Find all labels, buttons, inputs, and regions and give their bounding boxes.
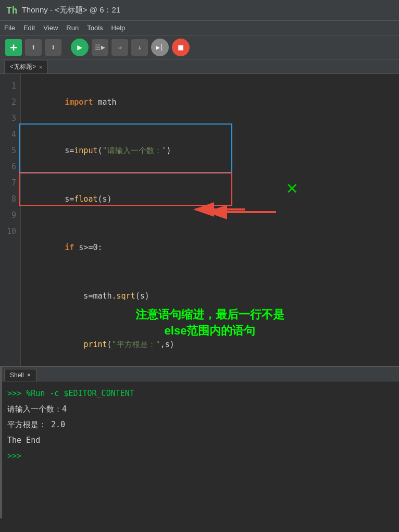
shell-tabs: Shell × bbox=[0, 367, 399, 381]
shell-panel: Shell × >>> %Run -c $EDITOR_CONTENT 请输入一… bbox=[0, 366, 399, 518]
shell-tab[interactable]: Shell × bbox=[4, 369, 36, 381]
shell-output-1: 请输入一个数：4 bbox=[7, 401, 392, 417]
editor-tabs: <无标题> × bbox=[0, 59, 399, 74]
keyword-import: import bbox=[65, 97, 93, 107]
debug-button[interactable]: ☰▶ bbox=[92, 39, 108, 56]
new-button[interactable]: + bbox=[5, 39, 22, 56]
editor-tab-untitled[interactable]: <无标题> × bbox=[4, 60, 48, 73]
code-editor[interactable]: 1 2 3 4 5 6 7 8 9 10 import math s=input… bbox=[0, 74, 399, 366]
line-numbers: 1 2 3 4 5 6 7 8 9 10 bbox=[0, 74, 21, 366]
shell-run-cmd: >>> %Run -c $EDITOR_CONTENT bbox=[7, 386, 392, 401]
menu-run[interactable]: Run bbox=[66, 24, 79, 32]
code-line-4: if s>=0: bbox=[27, 224, 399, 272]
shell-tab-close[interactable]: × bbox=[27, 372, 31, 379]
editor-tab-label: <无标题> bbox=[10, 63, 36, 71]
toolbar: + ⬆ ⬇ ▶ ☰▶ ⇒ ⇓ ▶| ■ bbox=[0, 35, 399, 59]
stop-button[interactable]: ■ bbox=[172, 39, 190, 56]
menu-tools[interactable]: Tools bbox=[87, 24, 103, 32]
menu-view[interactable]: View bbox=[43, 24, 58, 32]
annotation-area: 注意语句缩进，最后一行不是else范围内的语句 bbox=[21, 280, 399, 366]
shell-resize-handle[interactable] bbox=[0, 367, 2, 518]
menu-bar: File Edit View Run Tools Help bbox=[0, 21, 399, 35]
code-line-2: s=input("请输入一个数：") bbox=[27, 127, 399, 175]
step-into-button[interactable]: ⇓ bbox=[131, 39, 148, 56]
menu-file[interactable]: File bbox=[4, 24, 15, 32]
shell-output-3: The End bbox=[7, 432, 392, 448]
open-button[interactable]: ⬆ bbox=[25, 39, 42, 56]
shell-prompt[interactable]: >>> bbox=[7, 448, 392, 464]
code-line-3: s=float(s) bbox=[27, 175, 399, 224]
menu-edit[interactable]: Edit bbox=[23, 24, 35, 32]
title-bar: Th Thonny - <无标题> @ 6：21 bbox=[0, 0, 399, 21]
code-lines[interactable]: import math s=input("请输入一个数：") s=float(s… bbox=[21, 74, 399, 366]
shell-output-2: 平方根是： 2.0 bbox=[7, 417, 392, 432]
app-icon: Th bbox=[6, 5, 18, 16]
shell-content[interactable]: >>> %Run -c $EDITOR_CONTENT 请输入一个数：4 平方根… bbox=[0, 381, 399, 468]
step-over-button[interactable]: ⇒ bbox=[111, 39, 128, 56]
save-button[interactable]: ⬇ bbox=[45, 39, 61, 56]
code-line-1: import math bbox=[27, 78, 399, 127]
run-button[interactable]: ▶ bbox=[71, 39, 89, 56]
resume-button[interactable]: ▶| bbox=[151, 39, 169, 56]
shell-tab-label: Shell bbox=[10, 372, 24, 379]
editor-tab-close[interactable]: × bbox=[39, 64, 42, 70]
window-title: Thonny - <无标题> @ 6：21 bbox=[22, 5, 120, 15]
menu-help[interactable]: Help bbox=[111, 24, 126, 32]
annotation-text: 注意语句缩进，最后一行不是else范围内的语句 bbox=[135, 307, 284, 339]
